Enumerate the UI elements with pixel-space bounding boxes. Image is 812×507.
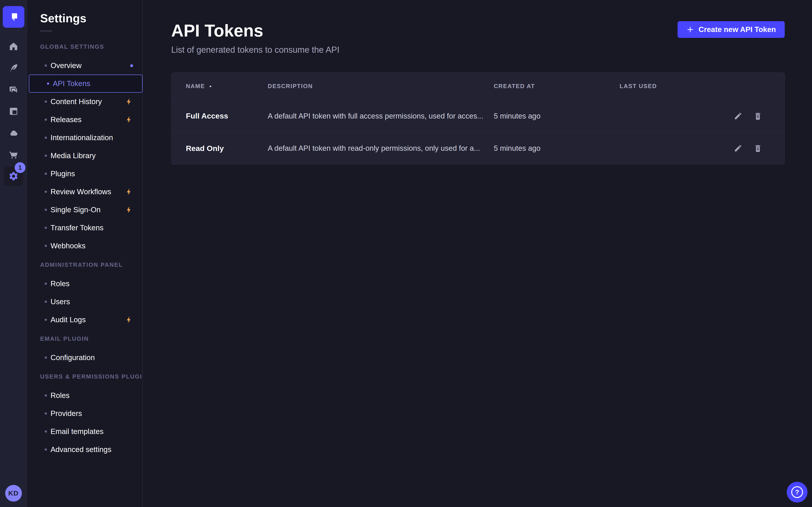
column-header-last-used[interactable]: LAST USED bbox=[620, 83, 721, 90]
notification-dot-icon bbox=[130, 64, 133, 67]
subnav-entry[interactable]: Configuration bbox=[27, 349, 143, 367]
gear-icon bbox=[8, 171, 19, 181]
bullet-icon bbox=[45, 118, 47, 121]
subnav-entry-label: Users bbox=[51, 297, 70, 306]
help-button[interactable]: ? bbox=[787, 482, 808, 503]
bullet-icon bbox=[45, 300, 47, 303]
subnav-entry-label: GLOBAL SETTINGS bbox=[40, 43, 104, 50]
token-created-at-cell: 5 minutes ago bbox=[494, 144, 620, 153]
column-header-description[interactable]: DESCRIPTION bbox=[268, 83, 494, 90]
subnav-entry[interactable]: Review Workflows bbox=[27, 183, 143, 201]
column-header-name[interactable]: NAME bbox=[186, 83, 268, 90]
subnav-entries: GLOBAL SETTINGS Overview bbox=[27, 37, 143, 459]
bullet-icon bbox=[47, 82, 49, 85]
subnav-entry-label: Overview bbox=[51, 61, 82, 70]
edit-token-button[interactable] bbox=[733, 111, 743, 121]
subnav-entry-label: Advanced settings bbox=[51, 445, 111, 454]
main-content: API Tokens List of generated tokens to c… bbox=[143, 0, 812, 507]
table-row[interactable]: Read Only A default API token with read-… bbox=[171, 132, 784, 164]
row-actions bbox=[721, 143, 774, 153]
subnav-title: Settings bbox=[40, 11, 143, 25]
subnav-entry-label: Single Sign-On bbox=[51, 206, 101, 214]
table-header-row: NAME DESCRIPTION CREATED AT LAST USED bbox=[171, 73, 784, 100]
subnav-entry-label: USERS & PERMISSIONS PLUGIN bbox=[40, 373, 143, 380]
subnav-entry[interactable]: Audit Logs bbox=[27, 311, 143, 329]
cart-icon bbox=[8, 150, 19, 160]
trash-icon bbox=[753, 112, 762, 121]
bullet-icon bbox=[45, 412, 47, 414]
subnav-entry[interactable]: Plugins bbox=[27, 165, 143, 183]
cloud-nav-button[interactable] bbox=[0, 122, 27, 144]
settings-subnav: Settings GLOBAL SETTINGS Overview bbox=[27, 0, 143, 507]
table-row[interactable]: Full Access A default API token with ful… bbox=[171, 100, 784, 132]
token-name-cell: Read Only bbox=[186, 144, 268, 153]
content-type-builder-nav-button[interactable] bbox=[0, 101, 27, 122]
create-api-token-button[interactable]: Create new API Token bbox=[677, 21, 785, 38]
subnav-entry-label: Media Library bbox=[51, 152, 96, 160]
subnav-entry[interactable]: Overview bbox=[27, 57, 143, 74]
delete-token-button[interactable] bbox=[753, 143, 763, 153]
api-tokens-table: NAME DESCRIPTION CREATED AT LAST USED Fu… bbox=[171, 72, 785, 165]
subnav-entry-label: Providers bbox=[51, 409, 82, 418]
avatar[interactable]: KD bbox=[5, 485, 22, 502]
subnav-entry[interactable]: Transfer Tokens bbox=[27, 219, 143, 237]
home-nav-button[interactable] bbox=[0, 36, 27, 57]
token-name-cell: Full Access bbox=[186, 112, 268, 120]
bullet-icon bbox=[45, 209, 47, 211]
strapi-logo-icon bbox=[8, 11, 19, 23]
row-actions bbox=[721, 111, 774, 121]
settings-nav-button[interactable]: 1 bbox=[0, 165, 27, 187]
media-library-icon bbox=[8, 84, 19, 95]
subnav-entry[interactable]: Webhooks bbox=[27, 237, 143, 255]
marketplace-nav-button[interactable] bbox=[0, 144, 27, 165]
subnav-entry[interactable]: Internationalization bbox=[27, 129, 143, 147]
subnav-entry[interactable]: Media Library bbox=[27, 147, 143, 165]
subnav-entry[interactable]: Content History bbox=[27, 93, 143, 111]
rail-icons: 1 bbox=[0, 34, 27, 187]
subnav-entry[interactable]: Single Sign-On bbox=[27, 201, 143, 219]
settings-notification-badge: 1 bbox=[15, 162, 26, 173]
lightning-icon bbox=[125, 98, 133, 106]
layout-icon bbox=[8, 106, 19, 116]
subnav-entry-label: Configuration bbox=[51, 353, 95, 362]
trash-icon bbox=[753, 144, 762, 153]
subnav-entry[interactable]: Releases bbox=[27, 111, 143, 129]
subnav-entry[interactable]: Advanced settings bbox=[27, 441, 143, 459]
subnav-entry-label: ADMINISTRATION PANEL bbox=[40, 262, 123, 268]
bullet-icon bbox=[45, 319, 47, 321]
token-description-cell: A default API token with full access per… bbox=[268, 112, 494, 120]
edit-token-button[interactable] bbox=[733, 143, 743, 153]
subnav-entry[interactable]: Roles bbox=[27, 386, 143, 404]
sort-ascending-icon bbox=[208, 83, 213, 89]
token-created-at-cell: 5 minutes ago bbox=[494, 112, 620, 120]
bullet-icon bbox=[45, 394, 47, 397]
subnav-entry-label: Roles bbox=[51, 279, 69, 288]
subnav-entry-label: Plugins bbox=[51, 169, 75, 178]
subnav-entry[interactable]: Email templates bbox=[27, 422, 143, 441]
app-root: 1 KD Settings GLOBAL SETTINGS bbox=[0, 0, 812, 507]
bullet-icon bbox=[45, 191, 47, 193]
bullet-icon bbox=[45, 155, 47, 157]
content-manager-nav-button[interactable] bbox=[0, 57, 27, 79]
bullet-icon bbox=[45, 101, 47, 103]
bullet-icon bbox=[45, 356, 47, 359]
rail-logo-block bbox=[0, 0, 27, 34]
column-header-created-at[interactable]: CREATED AT bbox=[494, 83, 620, 90]
bullet-icon bbox=[45, 64, 47, 67]
subnav-section-label: ADMINISTRATION PANEL bbox=[27, 255, 143, 275]
subnav-entry[interactable]: Providers bbox=[27, 404, 143, 422]
strapi-logo[interactable] bbox=[3, 6, 24, 28]
subnav-entry[interactable]: Users bbox=[27, 293, 143, 311]
media-library-nav-button[interactable] bbox=[0, 79, 27, 101]
subnav-entry[interactable]: API Tokens bbox=[29, 74, 143, 93]
token-description-cell: A default API token with read-only permi… bbox=[268, 144, 494, 153]
pencil-icon bbox=[733, 144, 743, 153]
delete-token-button[interactable] bbox=[753, 111, 763, 121]
lightning-icon bbox=[125, 316, 133, 324]
title-divider bbox=[40, 31, 52, 31]
subnav-entry[interactable]: Roles bbox=[27, 275, 143, 293]
subnav-entry-label: Content History bbox=[51, 97, 102, 106]
pencil-icon bbox=[733, 112, 743, 121]
create-button-label: Create new API Token bbox=[699, 25, 776, 34]
subnav-entry-label: Releases bbox=[51, 115, 82, 124]
